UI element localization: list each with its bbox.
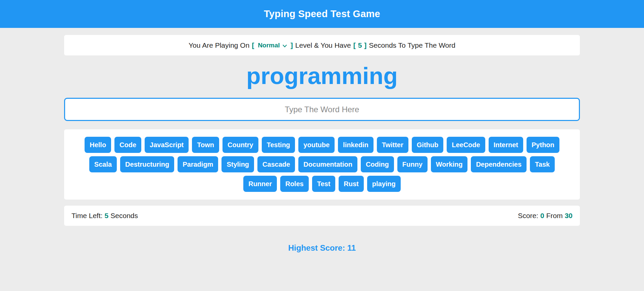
main-container: You Are Playing On [ Normal ] Level & Yo…: [64, 35, 580, 253]
chevron-down-icon: [283, 42, 287, 49]
level-select[interactable]: Normal: [256, 42, 288, 49]
word-chip: Testing: [262, 137, 295, 153]
word-chip: Test: [312, 176, 336, 192]
time-left-label: Time Left:: [71, 212, 103, 220]
highest-score: Highest Score: 11: [64, 243, 580, 253]
word-chip: Country: [222, 137, 258, 153]
word-chip: Runner: [243, 176, 277, 192]
bracket-close-2: ]: [364, 41, 366, 49]
word-chip: linkedin: [338, 137, 374, 153]
highest-score-label: Highest Score:: [288, 243, 345, 252]
word-chip: Styling: [221, 156, 254, 172]
bracket-close: ]: [291, 41, 293, 49]
word-chip: Dependencies: [471, 156, 527, 172]
word-input[interactable]: [64, 98, 580, 121]
word-chip: Roles: [280, 176, 308, 192]
word-chip: Town: [192, 137, 219, 153]
word-chip: Code: [114, 137, 141, 153]
time-left-unit: Seconds: [110, 212, 138, 220]
page-title: Typing Speed Test Game: [264, 8, 380, 19]
word-chip: youtube: [298, 137, 335, 153]
word-chip: Destructuring: [120, 156, 174, 172]
word-chip: Cascade: [257, 156, 295, 172]
word-chip: Python: [527, 137, 559, 153]
score-label: Score:: [518, 212, 538, 220]
word-chip: Rust: [339, 176, 363, 192]
word-chip: Task: [530, 156, 555, 172]
score-total: 30: [565, 212, 573, 220]
level-text-middle: Level & You Have: [295, 41, 351, 49]
level-text-after: Seconds To Type The Word: [369, 41, 455, 49]
word-chip: Github: [412, 137, 443, 153]
time-left-value: 5: [105, 212, 109, 220]
seconds-value: 5: [358, 41, 362, 49]
app-header: Typing Speed Test Game: [0, 0, 644, 28]
word-chip: playing: [367, 176, 401, 192]
bracket-open-2: [: [353, 41, 356, 49]
word-chip: Internet: [489, 137, 523, 153]
word-chip: Paradigm: [178, 156, 218, 172]
time-left: Time Left: 5 Seconds: [71, 212, 138, 220]
score-from: From: [546, 212, 563, 220]
word-chip: Coding: [361, 156, 394, 172]
upcoming-words-list: HelloCodeJavaScriptTownCountryTestingyou…: [64, 129, 580, 200]
level-text-before: You Are Playing On: [189, 41, 249, 49]
word-chip: LeeCode: [447, 137, 485, 153]
word-chip: Hello: [85, 137, 111, 153]
word-chip: Documentation: [298, 156, 357, 172]
score: Score: 0 From 30: [518, 212, 573, 220]
score-value: 0: [540, 212, 544, 220]
word-chip: Funny: [397, 156, 428, 172]
level-info-bar: You Are Playing On [ Normal ] Level & Yo…: [64, 35, 580, 55]
word-chip: Scala: [89, 156, 117, 172]
word-chip: Working: [431, 156, 468, 172]
bracket-open: [: [252, 41, 254, 49]
current-word: programming: [64, 64, 580, 88]
word-chip: JavaScript: [145, 137, 189, 153]
word-chip: Twitter: [377, 137, 408, 153]
status-bar: Time Left: 5 Seconds Score: 0 From 30: [64, 206, 580, 226]
highest-score-value: 11: [347, 243, 356, 252]
level-select-value: Normal: [258, 42, 280, 49]
